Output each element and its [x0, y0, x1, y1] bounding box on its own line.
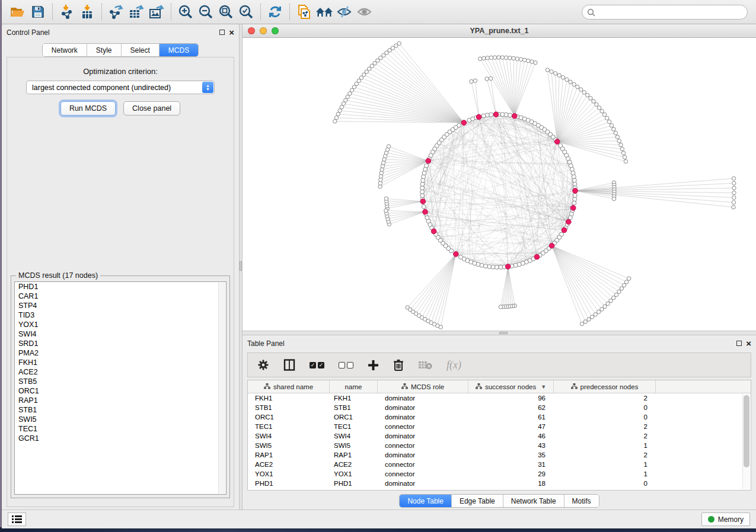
- network-node[interactable]: [406, 306, 409, 309]
- mcds-result-item[interactable]: PMA2: [15, 348, 226, 358]
- network-node[interactable]: [621, 151, 625, 155]
- network-node[interactable]: [557, 73, 561, 77]
- refresh-icon[interactable]: [265, 3, 285, 21]
- add-column-icon[interactable]: [368, 360, 379, 371]
- horizontal-splitter[interactable]: [243, 331, 756, 335]
- mac-minimize-button[interactable]: [260, 27, 267, 34]
- zoom-fit-icon[interactable]: [216, 3, 236, 21]
- mcds-result-item[interactable]: SRD1: [15, 339, 226, 348]
- mcds-dominator-node[interactable]: [570, 206, 576, 211]
- show-columns-icon[interactable]: [283, 359, 295, 371]
- mcds-dominator-node[interactable]: [534, 254, 540, 259]
- mcds-dominator-node[interactable]: [505, 264, 511, 270]
- network-node[interactable]: [384, 197, 388, 200]
- mcds-dominator-node[interactable]: [555, 139, 560, 145]
- mcds-dominator-node[interactable]: [512, 114, 518, 119]
- mcds-dominator-node[interactable]: [476, 114, 481, 120]
- network-node[interactable]: [622, 283, 626, 287]
- clone-network-icon[interactable]: [294, 3, 314, 21]
- table-settings-icon[interactable]: [257, 359, 269, 371]
- mcds-result-item[interactable]: TID3: [15, 310, 226, 320]
- mcds-dominator-node[interactable]: [423, 209, 428, 214]
- network-node[interactable]: [732, 206, 735, 209]
- table-row[interactable]: TEC1TEC1connector472: [248, 422, 751, 431]
- network-node[interactable]: [504, 56, 508, 59]
- network-node[interactable]: [732, 177, 735, 180]
- save-icon[interactable]: [28, 3, 48, 21]
- network-node[interactable]: [333, 120, 337, 123]
- network-node[interactable]: [489, 76, 493, 80]
- network-node[interactable]: [336, 113, 340, 116]
- table-scrollbar-thumb[interactable]: [744, 395, 749, 467]
- table-row[interactable]: FKH1FKH1dominator962: [248, 393, 751, 403]
- network-node[interactable]: [732, 186, 736, 190]
- network-node[interactable]: [387, 145, 390, 148]
- tab-network[interactable]: Network: [43, 44, 87, 56]
- network-node[interactable]: [576, 85, 579, 89]
- network-node[interactable]: [489, 56, 493, 59]
- network-node[interactable]: [572, 201, 576, 205]
- network-graph[interactable]: [243, 38, 756, 331]
- mcds-result-item[interactable]: CAR1: [15, 291, 226, 301]
- network-node[interactable]: [550, 70, 553, 73]
- column-header-MCDS-role[interactable]: MCDS role: [378, 380, 468, 393]
- tab-mcds[interactable]: MCDS: [160, 44, 198, 56]
- network-node[interactable]: [732, 181, 736, 185]
- hide-selected-icon[interactable]: [334, 3, 355, 21]
- network-node[interactable]: [732, 200, 735, 204]
- network-node[interactable]: [497, 56, 500, 59]
- network-node[interactable]: [493, 56, 497, 59]
- table-row[interactable]: SWI4SWI4dominator462: [248, 431, 751, 441]
- export-table-icon[interactable]: [126, 3, 146, 21]
- network-node[interactable]: [612, 127, 615, 131]
- table-tab-edge-table[interactable]: Edge Table: [452, 495, 503, 507]
- mcds-dominator-node[interactable]: [420, 199, 426, 204]
- network-node[interactable]: [523, 58, 527, 62]
- select-all-icon[interactable]: ✓✓: [310, 362, 324, 368]
- node-table[interactable]: shared namenameMCDS rolesuccessor nodes▼…: [247, 380, 751, 491]
- network-node[interactable]: [512, 56, 515, 60]
- network-node[interactable]: [605, 116, 609, 120]
- import-table-icon[interactable]: [77, 3, 97, 21]
- table-row[interactable]: RAP1RAP1dominator352: [248, 450, 751, 460]
- network-node[interactable]: [624, 159, 627, 163]
- network-node[interactable]: [619, 143, 623, 146]
- network-node[interactable]: [470, 79, 473, 83]
- status-menu-button[interactable]: [8, 512, 26, 526]
- close-panel-icon[interactable]: ×: [229, 30, 234, 35]
- network-node[interactable]: [534, 61, 537, 65]
- mcds-result-item[interactable]: ORC1: [15, 386, 226, 396]
- network-node[interactable]: [561, 76, 564, 79]
- network-node[interactable]: [334, 116, 338, 120]
- splitter-grip[interactable]: [499, 332, 508, 334]
- mcds-result-item[interactable]: STP4: [15, 301, 226, 310]
- show-all-icon[interactable]: [355, 3, 375, 21]
- search-box[interactable]: [582, 5, 748, 20]
- network-node[interactable]: [473, 79, 477, 82]
- network-node[interactable]: [489, 113, 493, 117]
- network-node[interactable]: [482, 56, 486, 60]
- mcds-dominator-node[interactable]: [493, 112, 499, 117]
- network-node[interactable]: [612, 197, 615, 200]
- open-folder-icon[interactable]: [8, 3, 28, 21]
- network-node[interactable]: [600, 307, 604, 311]
- close-panel-button[interactable]: Close panel: [123, 101, 180, 116]
- mcds-list-scrollbar[interactable]: [218, 283, 225, 493]
- network-node[interactable]: [515, 57, 519, 60]
- mcds-result-item[interactable]: SWI4: [15, 329, 226, 339]
- mcds-result-item[interactable]: GCR1: [15, 434, 226, 443]
- mcds-result-item[interactable]: PHD1: [15, 282, 226, 291]
- mcds-dominator-node[interactable]: [426, 158, 431, 164]
- mcds-result-list[interactable]: PHD1CAR1STP4TID3YOX1SWI4SRD1PMA2FKH1ACE2…: [14, 281, 227, 495]
- table-tab-network-table[interactable]: Network Table: [503, 495, 564, 507]
- network-node[interactable]: [485, 77, 489, 81]
- network-node[interactable]: [397, 41, 401, 45]
- network-node[interactable]: [508, 56, 512, 60]
- mcds-result-item[interactable]: ACE2: [15, 367, 226, 377]
- network-node[interactable]: [513, 263, 518, 267]
- memory-button[interactable]: Memory: [701, 512, 750, 526]
- network-node[interactable]: [479, 57, 482, 60]
- first-neighbors-icon[interactable]: [314, 3, 334, 21]
- network-node[interactable]: [614, 293, 618, 296]
- network-node[interactable]: [457, 123, 461, 127]
